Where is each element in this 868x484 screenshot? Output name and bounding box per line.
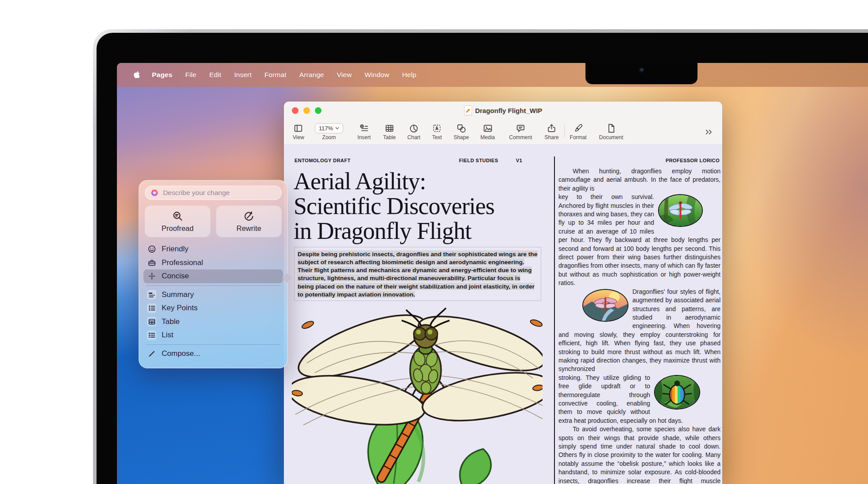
toolbar-share-button[interactable]: Share [545,123,559,141]
toolbar-comment-button[interactable]: Comment [509,123,532,141]
apple-icon [133,70,140,79]
pages-window: Dragonfly Flight_WIP View 117% Zoom [284,101,722,484]
menu-item-format[interactable]: Format [264,71,287,79]
highlighted-lead-paragraph[interactable]: Despite being prehistoric insects, drago… [298,250,538,298]
toolbar-chart-button[interactable]: Chart [407,123,420,141]
document-byline: PROFESSOR LORICO [558,158,720,163]
toolbar-table-button[interactable]: Table [383,123,396,141]
inline-image-beetle[interactable] [654,375,700,410]
tone-option-professional[interactable]: Professional [143,256,283,270]
inline-image-dragonfly-jungle[interactable] [658,194,703,227]
briefcase-icon [147,258,156,267]
paragraph-3[interactable]: To avoid overheating, some species also … [558,425,721,484]
view-sidebar-icon [293,123,303,133]
document-canvas[interactable]: ENTOMOLOGY DRAFT FIELD STUDIES V1 Aerial… [284,144,722,484]
apple-intelligence-icon [151,188,159,197]
chevron-down-icon [335,127,339,129]
menu-item-insert[interactable]: Insert [234,71,252,79]
paragraph-2-rest[interactable]: stroking. They utilize gliding to free g… [558,374,721,425]
header-kicker: ENTOMOLOGY DRAFT [294,158,351,163]
format-brush-icon [573,123,583,133]
text-box-icon [432,123,442,133]
paragraph-1-rest[interactable]: key to their own survival. Anchored by f… [558,193,721,287]
rewrite-button[interactable]: Rewrite [216,206,282,237]
menu-divider [146,344,280,345]
right-column[interactable]: When hunting, dragonflies employ motion … [558,167,721,484]
paragraph-1-start[interactable]: When hunting, dragonflies employ motion … [558,167,721,193]
rewrite-icon [243,211,255,222]
summary-icon [147,290,156,299]
menu-item-window[interactable]: Window [364,71,389,79]
toolbar-text-button[interactable]: Text [432,123,442,141]
menu-item-file[interactable]: File [185,71,196,79]
compose-pencil-icon [147,349,156,358]
camera-dot [639,67,644,73]
toolbar-insert-button[interactable]: Insert [357,123,371,141]
screenshot-stage: Pages File Edit Insert Format Arrange Vi… [0,0,868,484]
proofread-button[interactable]: Proofread [145,206,210,237]
menu-bar: Pages File Edit Insert Format Arrange Vi… [117,63,868,87]
document-title[interactable]: Aerial Agility: Scientific Discoveries i… [294,169,542,243]
toolbar-view-button[interactable]: View [293,123,304,141]
pie-chart-icon [409,123,419,133]
table-grid-icon [147,317,156,326]
transform-option-table[interactable]: Table [143,315,283,329]
writing-tools-popup: Proofread Rewrite Friendly [139,180,288,368]
display-notch [585,63,698,84]
toolbar-zoom-dropdown[interactable]: 117% Zoom [315,123,343,141]
pages-document-icon [464,105,472,115]
proofread-icon [172,211,183,222]
insert-icon [359,123,369,133]
menu-item-arrange[interactable]: Arrange [299,71,324,79]
share-icon [546,123,557,133]
selected-text-box[interactable]: Despite being prehistoric insects, drago… [294,247,541,301]
macbook-screen: Pages File Edit Insert Format Arrange Vi… [117,63,868,484]
transform-option-key-points[interactable]: Key Points [143,301,283,315]
describe-change-field[interactable] [145,186,282,200]
table-icon [384,123,395,133]
dragonfly-illustration[interactable] [292,303,542,484]
transform-option-list[interactable]: List [143,328,283,342]
compress-icon [147,272,156,281]
menu-item-pages[interactable]: Pages [152,71,172,79]
apple-menu[interactable] [133,70,140,79]
toolbar-shape-button[interactable]: Shape [453,123,469,141]
toolbar: View 117% Zoom Insert [284,119,722,144]
describe-change-input[interactable] [162,188,276,197]
transform-option-summary[interactable]: Summary [143,288,283,302]
inline-image-dragonfly-sunset[interactable] [582,289,628,322]
media-photo-icon [483,123,493,133]
window-titlebar[interactable]: Dragonfly Flight_WIP [284,101,722,119]
toolbar-overflow-button[interactable] [704,128,713,138]
paragraph-2-start[interactable]: Dragonflies' four styles of flight, augm… [558,288,721,374]
toolbar-media-button[interactable]: Media [480,123,495,141]
toolbar-separator [564,125,565,138]
window-title: Dragonfly Flight_WIP [475,107,542,114]
menu-item-view[interactable]: View [337,71,352,79]
key-points-icon [147,304,156,313]
tone-option-friendly[interactable]: Friendly [143,242,283,256]
menu-divider [146,285,280,286]
toolbar-format-button[interactable]: Format [570,123,587,141]
column-divider-rule [554,156,555,484]
menu-item-edit[interactable]: Edit [209,71,221,79]
comment-bubble-icon [515,123,526,133]
document-page-icon [606,123,616,133]
smiley-icon [147,245,156,254]
tone-option-concise[interactable]: Concise [143,269,283,283]
header-issue: V1 [516,158,522,163]
document-header-row[interactable]: ENTOMOLOGY DRAFT FIELD STUDIES V1 [294,158,542,163]
list-icon [147,331,156,340]
double-chevron-right-icon [704,128,713,136]
shapes-icon [456,123,466,133]
compose-option[interactable]: Compose... [143,347,283,361]
menu-item-help[interactable]: Help [402,71,416,79]
zoom-value: 117% [319,125,333,132]
toolbar-document-button[interactable]: Document [599,123,624,141]
header-center: FIELD STUDIES [459,158,498,163]
